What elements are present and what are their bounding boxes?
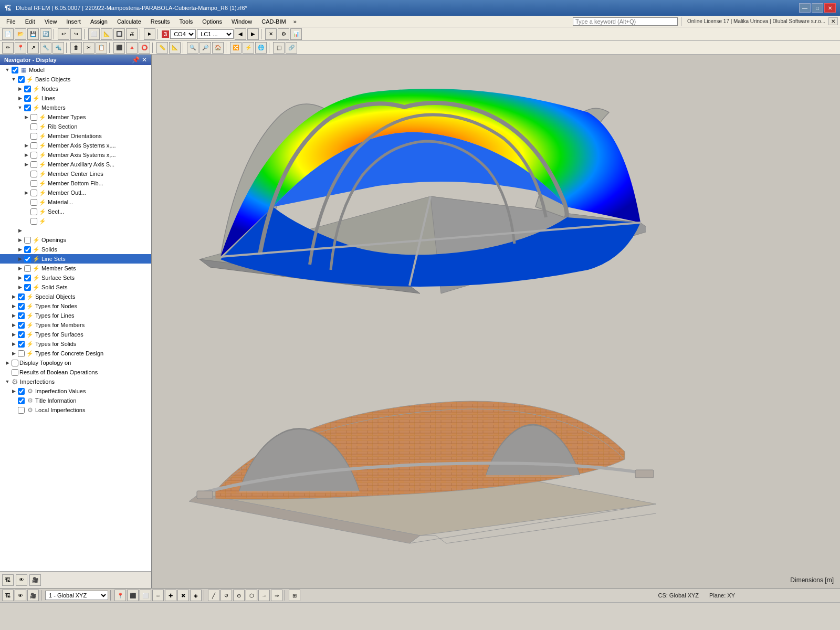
- tb2-1[interactable]: ✏: [2, 42, 14, 54]
- tree-item-solid-sets[interactable]: ▶ ⚡ Solid Sets: [0, 282, 151, 292]
- expand-axis1[interactable]: ▶: [23, 142, 29, 149]
- menu-results[interactable]: Results: [146, 17, 174, 26]
- lc-select[interactable]: LC1 ...: [197, 29, 234, 39]
- keyword-search[interactable]: [573, 17, 678, 26]
- check-bottom[interactable]: [30, 180, 37, 187]
- status-icon-model[interactable]: 🏗: [2, 590, 14, 601]
- expand-special[interactable]: ▶: [10, 293, 17, 300]
- check-special[interactable]: [18, 293, 25, 300]
- tree-item-special[interactable]: ▶ ⚡ Special Objects: [0, 292, 151, 301]
- tree-item-basic-objects[interactable]: ▼ ⚡ Basic Objects: [0, 75, 151, 84]
- tool-btn4[interactable]: ⬡: [246, 590, 257, 601]
- tree-item-display-topology[interactable]: ▶ Display Topology on: [0, 358, 151, 368]
- tb-calc1[interactable]: ✕: [265, 28, 277, 40]
- check-solids[interactable]: [24, 246, 31, 253]
- tool-btn5[interactable]: →: [258, 590, 270, 601]
- expand-solid-sets[interactable]: ▶: [17, 284, 23, 290]
- expand-nodes[interactable]: ▶: [17, 86, 23, 92]
- expand-types-lines[interactable]: ▶: [10, 312, 17, 319]
- view-btn2[interactable]: 📐: [101, 28, 112, 40]
- tb2-2[interactable]: 📍: [15, 42, 26, 54]
- tool-btn3[interactable]: ⊙: [233, 590, 245, 601]
- snap-btn5[interactable]: ✚: [165, 590, 176, 601]
- print-btn[interactable]: 🖨: [126, 28, 138, 40]
- expand-basic[interactable]: ▼: [10, 76, 17, 82]
- check-lines[interactable]: [24, 95, 31, 102]
- expand-openings[interactable]: ▶: [17, 237, 23, 243]
- view-btn1[interactable]: ⬜: [88, 28, 100, 40]
- coordinate-system-select[interactable]: 1 - Global XYZ: [45, 591, 108, 600]
- check-types-lines[interactable]: [18, 312, 25, 319]
- tree-item-types-lines[interactable]: ▶ ⚡ Types for Lines: [0, 311, 151, 320]
- menu-edit[interactable]: Edit: [21, 17, 39, 26]
- expand-imperf-values[interactable]: ▶: [10, 388, 17, 394]
- open-btn[interactable]: 📂: [15, 28, 26, 40]
- expand-types-nodes[interactable]: ▶: [10, 303, 17, 309]
- grid-btn[interactable]: ⊞: [289, 590, 300, 601]
- tb2-5[interactable]: 🔩: [52, 42, 64, 54]
- nav-btn-camera[interactable]: 🎥: [29, 574, 41, 586]
- tree-item-results-boolean[interactable]: Results of Boolean Operations: [0, 368, 151, 377]
- check-center[interactable]: [30, 171, 37, 177]
- tb2-12[interactable]: 📏: [156, 42, 168, 54]
- check-types-solids[interactable]: [18, 341, 25, 348]
- tree-item-types-surfaces[interactable]: ▶ ⚡ Types for Surfaces: [0, 330, 151, 339]
- tb2-8[interactable]: 📋: [96, 42, 107, 54]
- menu-assign[interactable]: Assign: [86, 17, 112, 26]
- tb-calc2[interactable]: ⚙: [278, 28, 289, 40]
- check-imperf-values[interactable]: [18, 388, 25, 395]
- menu-tools[interactable]: Tools: [175, 17, 197, 26]
- tb2-19[interactable]: 🌐: [255, 42, 267, 54]
- expand-solids[interactable]: ▶: [17, 246, 23, 253]
- check-local-imperf[interactable]: [18, 407, 25, 414]
- tree-item-axis-sys2[interactable]: ▶ ⚡ Member Axis Systems x,...: [0, 150, 151, 160]
- tb2-9[interactable]: ⬛: [113, 42, 125, 54]
- check-openings[interactable]: [24, 237, 31, 244]
- tb2-10[interactable]: 🔺: [126, 42, 138, 54]
- nav-btn-view[interactable]: 👁: [16, 574, 27, 586]
- tree-item-member-types[interactable]: ▶ ⚡ Member Types: [0, 112, 151, 122]
- tree-item-types-solids[interactable]: ▶ ⚡ Types for Solids: [0, 339, 151, 349]
- expand-line-sets[interactable]: ▶: [17, 256, 23, 262]
- expand-display-topology[interactable]: ▶: [4, 360, 10, 366]
- load-case-select[interactable]: CO4: [170, 29, 196, 39]
- expand-members[interactable]: ▼: [17, 104, 23, 111]
- tree-item-types-concrete[interactable]: ▶ ⚡ Types for Concrete Design: [0, 349, 151, 358]
- expand-surfaces-grp[interactable]: ▶: [17, 227, 23, 234]
- expand-axis2[interactable]: ▶: [23, 152, 29, 158]
- minimize-btn[interactable]: —: [799, 3, 811, 13]
- menu-cadbim[interactable]: CAD-BIM: [257, 17, 290, 26]
- save-btn[interactable]: 💾: [27, 28, 39, 40]
- tree-item-types-members[interactable]: ▶ ⚡ Types for Members: [0, 320, 151, 330]
- check-surface-sets[interactable]: [24, 275, 31, 281]
- check-line-sets[interactable]: [24, 256, 31, 262]
- check-aux[interactable]: [30, 161, 37, 168]
- menu-view[interactable]: View: [40, 17, 61, 26]
- tree-item-surface-sets[interactable]: ▶ ⚡ Surface Sets: [0, 273, 151, 282]
- menu-window[interactable]: Window: [227, 17, 256, 26]
- expand-surface-sets[interactable]: ▶: [17, 275, 23, 281]
- tb-calc3[interactable]: 📊: [290, 28, 302, 40]
- check-members[interactable]: [24, 104, 31, 111]
- menu-expand[interactable]: »: [291, 18, 299, 25]
- tree-item-bottom[interactable]: ⚡ Member Bottom Fib...: [0, 178, 151, 188]
- tree-item-axis-sys1[interactable]: ▶ ⚡ Member Axis Systems x,...: [0, 141, 151, 150]
- tb2-4[interactable]: 🔧: [40, 42, 51, 54]
- check-model[interactable]: [12, 67, 18, 74]
- nav-close-btn[interactable]: ✕: [142, 56, 147, 64]
- refresh-btn[interactable]: 🔄: [40, 28, 51, 40]
- expand-member-sets[interactable]: ▶: [17, 265, 23, 271]
- check-outl[interactable]: [30, 190, 37, 196]
- check-title-info[interactable]: [18, 397, 25, 404]
- snap-btn6[interactable]: ✖: [177, 590, 189, 601]
- tb2-16[interactable]: 🏠: [212, 42, 224, 54]
- new-btn[interactable]: 📄: [2, 28, 14, 40]
- expand-types-surfaces[interactable]: ▶: [10, 331, 17, 338]
- tree-item-local-imperf[interactable]: ⚙ Local Imperfections: [0, 405, 151, 415]
- expand-member-types[interactable]: ▶: [23, 114, 29, 120]
- maximize-btn[interactable]: □: [812, 3, 823, 13]
- next-lc[interactable]: ▶: [247, 28, 259, 40]
- tb2-20[interactable]: ⬚: [273, 42, 285, 54]
- tool-btn6[interactable]: ⇒: [271, 590, 282, 601]
- close-btn[interactable]: ✕: [824, 3, 836, 13]
